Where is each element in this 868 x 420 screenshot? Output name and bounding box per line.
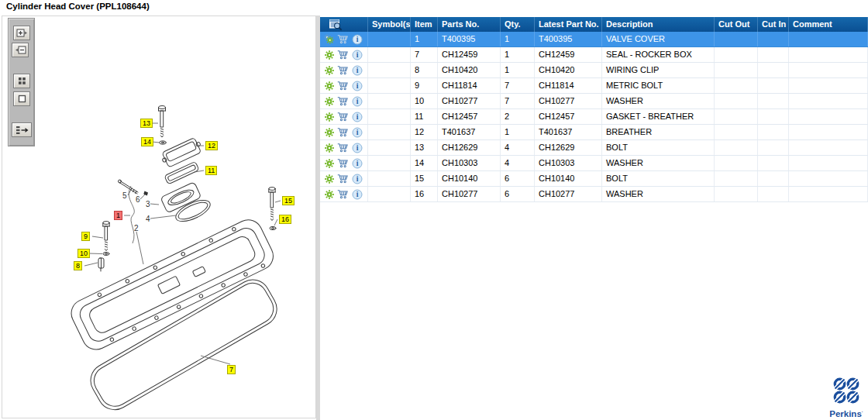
configure-part-icon[interactable] xyxy=(323,158,335,169)
cell-tools: i xyxy=(320,78,368,93)
part-info-icon[interactable]: i xyxy=(351,143,363,153)
cell-qty: 1 xyxy=(501,47,535,62)
add-to-cart-icon[interactable] xyxy=(337,96,349,107)
part-row-15[interactable]: i 15CH101406CH10140BOLT xyxy=(320,171,868,187)
cell-description: BOLT xyxy=(602,171,715,186)
add-to-cart-icon[interactable] xyxy=(337,158,349,169)
cell-comment xyxy=(789,78,868,93)
part-info-icon[interactable]: i xyxy=(351,50,363,60)
column-header-parts_no[interactable]: Parts No. xyxy=(438,17,501,32)
column-header-item[interactable]: Item xyxy=(411,17,438,32)
bolt-9-drawing xyxy=(103,222,109,251)
configure-part-icon[interactable] xyxy=(323,34,335,45)
part-row-11[interactable]: i 11CH124572CH12457GASKET - BREATHER xyxy=(320,109,868,125)
cell-tools: i xyxy=(320,156,368,170)
svg-text:i: i xyxy=(356,191,358,198)
column-header-cut_out[interactable]: Cut Out xyxy=(715,17,758,32)
cell-qty: 4 xyxy=(501,156,535,170)
column-header-comment[interactable]: Comment xyxy=(789,17,868,32)
part-info-icon[interactable]: i xyxy=(351,112,363,122)
cell-cut_in xyxy=(758,32,789,46)
configure-part-icon[interactable] xyxy=(323,143,335,153)
part-row-10[interactable]: i 10CH102777CH10277WASHER xyxy=(320,94,868,109)
part-row-13[interactable]: i 13CH126294CH12629BOLT xyxy=(320,140,868,156)
part-row-12[interactable]: i 12T4016371T401637BREATHER xyxy=(320,125,868,140)
part-label-12[interactable]: 12 xyxy=(205,141,218,150)
cell-cut_in xyxy=(758,187,789,201)
part-info-icon[interactable]: i xyxy=(351,81,363,91)
part-info-icon[interactable]: i xyxy=(351,158,363,169)
add-to-cart-icon[interactable] xyxy=(337,112,349,122)
part-row-9[interactable]: i 9CH118147CH11814METRIC BOLT xyxy=(320,78,868,94)
part-row-14[interactable]: i 14CH103034CH10303WASHER xyxy=(320,156,868,171)
column-header-latest[interactable]: Latest Part No. xyxy=(535,17,602,32)
cell-latest: T401637 xyxy=(535,125,602,139)
column-header-description[interactable]: Description xyxy=(602,17,715,32)
part-label-16[interactable]: 16 xyxy=(279,215,291,224)
part-row-7[interactable]: i 7CH124591CH12459SEAL - ROCKER BOX xyxy=(320,47,868,63)
cell-description: BREATHER xyxy=(602,125,715,139)
toggle-parts-panel-button[interactable] xyxy=(12,122,32,137)
tiled-view-button[interactable] xyxy=(13,74,30,88)
part-label-3: 3 xyxy=(144,200,152,209)
view-report-magnifier-icon[interactable] xyxy=(329,19,343,31)
add-to-cart-icon[interactable] xyxy=(337,81,349,91)
part-row-8[interactable]: i 8CH104201CH10420WIRING CLIP xyxy=(320,63,868,78)
cell-qty: 1 xyxy=(501,32,535,46)
add-to-cart-icon[interactable] xyxy=(337,34,349,45)
zoom-out-button[interactable] xyxy=(12,43,29,57)
configure-part-icon[interactable] xyxy=(323,112,335,122)
add-to-cart-icon[interactable] xyxy=(337,189,349,200)
configure-part-icon[interactable] xyxy=(323,96,335,107)
cell-item: 16 xyxy=(411,187,438,201)
configure-part-icon[interactable] xyxy=(323,174,335,184)
part-label-8[interactable]: 8 xyxy=(74,261,82,270)
part-label-11[interactable]: 11 xyxy=(205,166,217,175)
cell-item: 13 xyxy=(411,140,438,155)
part-info-icon[interactable]: i xyxy=(351,96,363,107)
column-header-symbols[interactable]: Symbol(s) xyxy=(368,17,411,32)
cell-qty: 4 xyxy=(501,140,535,155)
configure-part-icon[interactable] xyxy=(323,50,335,60)
add-to-cart-icon[interactable] xyxy=(337,143,349,153)
configure-part-icon[interactable] xyxy=(323,127,335,138)
part-label-10[interactable]: 10 xyxy=(78,249,90,258)
column-header-qty[interactable]: Qty. xyxy=(501,17,535,32)
part-info-icon[interactable]: i xyxy=(351,127,363,138)
cell-comment xyxy=(789,171,868,186)
add-to-cart-icon[interactable] xyxy=(337,50,349,60)
column-header-tools[interactable] xyxy=(320,17,368,32)
svg-text:i: i xyxy=(356,82,358,90)
part-label-1[interactable]: 1 xyxy=(114,211,122,220)
cell-latest: CH10277 xyxy=(535,187,602,201)
part-info-icon[interactable]: i xyxy=(351,65,363,76)
part-info-icon[interactable]: i xyxy=(351,34,363,45)
diagram-panel: 13141211151691087156342 xyxy=(2,15,316,418)
cell-qty: 7 xyxy=(501,94,535,108)
zoom-in-button[interactable] xyxy=(13,26,30,40)
part-label-7[interactable]: 7 xyxy=(227,365,236,374)
add-to-cart-icon[interactable] xyxy=(337,65,349,76)
cell-comment xyxy=(789,140,868,155)
add-to-cart-icon[interactable] xyxy=(337,127,349,138)
cell-comment xyxy=(789,187,868,201)
gasket-drawing xyxy=(84,274,283,416)
column-header-cut_in[interactable]: Cut In xyxy=(758,17,789,32)
wiring-clip-8-drawing xyxy=(98,258,104,271)
part-row-16[interactable]: i 16CH102776CH10277WASHER xyxy=(320,187,868,202)
part-label-15[interactable]: 15 xyxy=(282,196,294,205)
cell-qty: 1 xyxy=(501,63,535,77)
add-to-cart-icon[interactable] xyxy=(337,174,349,184)
single-view-button[interactable] xyxy=(13,91,30,106)
part-label-2: 2 xyxy=(133,224,140,233)
part-label-9[interactable]: 9 xyxy=(81,232,90,241)
part-label-13[interactable]: 13 xyxy=(140,119,153,128)
part-row-1[interactable]: i 1T4003951T400395VALVE COVER xyxy=(320,32,868,47)
configure-part-icon[interactable] xyxy=(323,65,335,76)
cell-cut_out xyxy=(715,78,758,93)
part-info-icon[interactable]: i xyxy=(351,189,363,200)
part-label-14[interactable]: 14 xyxy=(141,137,153,146)
configure-part-icon[interactable] xyxy=(323,189,335,200)
configure-part-icon[interactable] xyxy=(323,81,335,91)
part-info-icon[interactable]: i xyxy=(351,174,363,184)
